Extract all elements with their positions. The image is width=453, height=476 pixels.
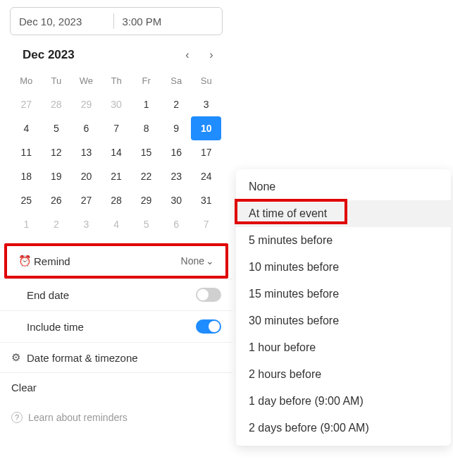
day-cell[interactable]: 3 [191,92,221,116]
end-date-row: End date [0,279,232,310]
day-cell[interactable]: 14 [101,140,132,164]
next-month-button[interactable]: › [204,49,218,61]
day-cell[interactable]: 28 [101,188,132,212]
day-cell[interactable]: 6 [71,116,101,140]
reminder-menu-item[interactable]: 1 hour before [236,334,451,361]
calendar-grid: MoTuWeThFrSaSu 2728293012345678910111213… [0,66,232,243]
day-cell[interactable]: 26 [42,188,72,212]
day-cell[interactable]: 7 [101,116,132,140]
day-cell[interactable]: 30 [161,188,192,212]
day-cell[interactable]: 6 [161,212,192,236]
reminder-menu-item[interactable]: At time of event [236,200,451,227]
calendar-header: Dec 2023 ‹ › [0,42,232,66]
reminder-menu: NoneAt time of event5 minutes before10 m… [236,169,451,446]
end-date-toggle[interactable] [196,288,221,302]
reminder-menu-item[interactable]: 10 minutes before [236,254,451,281]
gear-icon: ⚙ [11,351,27,364]
day-cell[interactable]: 31 [191,188,221,212]
day-cell[interactable]: 4 [101,212,132,236]
day-cell[interactable]: 12 [42,140,72,164]
day-cell[interactable]: 16 [161,140,192,164]
clear-button[interactable]: Clear [0,372,232,402]
reminder-menu-item[interactable]: None [236,173,451,200]
learn-reminders-link[interactable]: ? Learn about reminders [0,402,232,433]
include-time-toggle[interactable] [196,319,221,334]
clear-label: Clear [11,382,221,393]
day-cell[interactable]: 9 [161,116,192,140]
help-icon: ? [11,412,23,423]
day-cell[interactable]: 8 [131,116,161,140]
date-format-label: Date format & timezone [27,352,221,364]
day-cell[interactable]: 19 [42,164,72,188]
remind-value: None [181,255,204,267]
reminder-menu-item[interactable]: 1 day before (9:00 AM) [236,388,451,415]
alarm-icon: ⏰ [18,255,34,267]
date-value: Dec 10, 2023 [19,16,111,28]
day-cell[interactable]: 27 [11,92,42,116]
day-cell[interactable]: 1 [11,212,42,236]
day-cell[interactable]: 29 [131,188,161,212]
dow-cell: We [71,69,101,92]
reminder-menu-item[interactable]: 2 hours before [236,361,451,388]
day-cell[interactable]: 29 [71,92,101,116]
date-time-input[interactable]: Dec 10, 2023 3:00 PM [10,7,223,35]
day-cell[interactable]: 11 [11,140,42,164]
dow-cell: Su [191,69,221,92]
dow-cell: Fr [131,69,161,92]
day-cell[interactable]: 5 [131,212,161,236]
time-value: 3:00 PM [123,16,214,28]
dow-cell: Tu [42,69,72,92]
day-cell[interactable]: 28 [42,92,72,116]
day-cell[interactable]: 21 [101,164,132,188]
day-cell[interactable]: 27 [71,188,101,212]
include-time-label: Include time [27,321,196,333]
month-label: Dec 2023 [23,48,180,62]
date-picker-panel: Dec 10, 2023 3:00 PM Dec 2023 ‹ › MoTuWe… [0,0,232,433]
remind-row[interactable]: ⏰ Remind None ⌄ [7,246,225,276]
reminder-menu-item[interactable]: 15 minutes before [236,281,451,307]
day-cell[interactable]: 3 [71,212,101,236]
day-cell[interactable]: 13 [71,140,101,164]
day-cell[interactable]: 4 [11,116,42,140]
include-time-row: Include time [0,310,232,342]
reminder-menu-item[interactable]: 30 minutes before [236,307,451,334]
prev-month-button[interactable]: ‹ [180,49,194,61]
end-date-label: End date [27,289,196,301]
day-cell[interactable]: 18 [11,164,42,188]
day-cell[interactable]: 24 [191,164,221,188]
day-cell[interactable]: 22 [131,164,161,188]
day-cell[interactable]: 7 [191,212,221,236]
reminder-menu-item[interactable]: 5 minutes before [236,227,451,254]
day-cell[interactable]: 1 [131,92,161,116]
remind-label: Remind [34,255,181,267]
remind-row-highlight: ⏰ Remind None ⌄ [4,243,228,279]
dow-cell: Sa [161,69,192,92]
chevron-down-icon: ⌄ [206,255,214,267]
day-cell[interactable]: 25 [11,188,42,212]
day-cell[interactable]: 2 [161,92,192,116]
dow-cell: Th [101,69,132,92]
day-cell[interactable]: 17 [191,140,221,164]
learn-reminders-label: Learn about reminders [28,412,128,423]
day-cell[interactable]: 10 [191,116,221,140]
divider [113,13,114,29]
day-cell[interactable]: 30 [101,92,132,116]
dow-cell: Mo [11,69,42,92]
day-cell[interactable]: 2 [42,212,72,236]
day-cell[interactable]: 5 [42,116,72,140]
day-cell[interactable]: 23 [161,164,192,188]
day-cell[interactable]: 20 [71,164,101,188]
day-cell[interactable]: 15 [131,140,161,164]
date-format-row[interactable]: ⚙ Date format & timezone [0,342,232,372]
reminder-menu-item[interactable]: 2 days before (9:00 AM) [236,415,451,441]
